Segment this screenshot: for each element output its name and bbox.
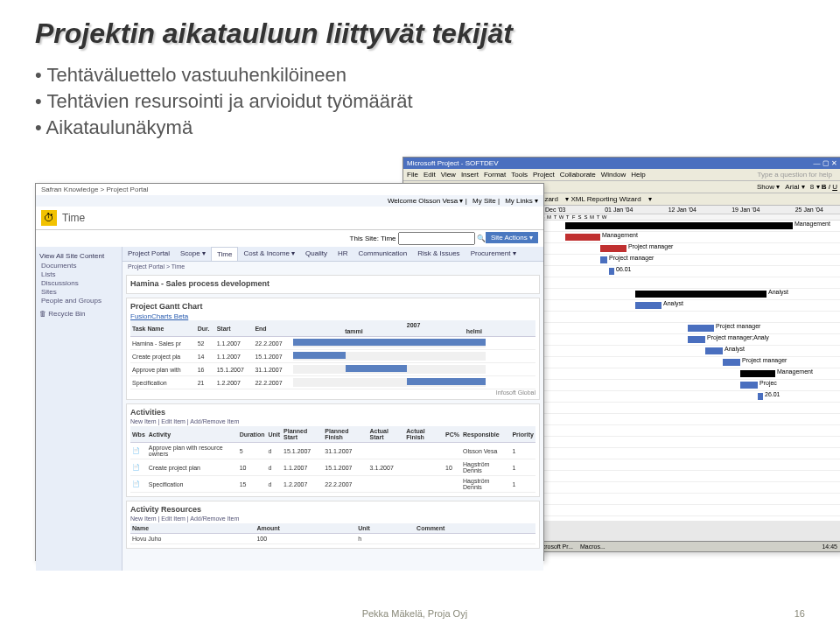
- format-toolbar[interactable]: Show ▾ Arial ▾ 8 ▾ B I U: [753, 183, 837, 191]
- search-scope[interactable]: This Site: Time: [350, 235, 396, 242]
- tab: Cost & Income ▾: [238, 247, 300, 261]
- tab: Scope ▾: [175, 247, 211, 261]
- footer-page: 16: [794, 608, 805, 619]
- search-icon[interactable]: 🔍: [477, 235, 486, 242]
- sidebar-item[interactable]: Sites: [41, 288, 118, 296]
- recycle-bin[interactable]: 🗑 Recycle Bin: [39, 310, 118, 318]
- sub-breadcrumb: Project Portal > Time: [122, 262, 543, 271]
- window-title: Microsoft Project - SOFTDEV: [407, 159, 498, 167]
- sidebar-item[interactable]: Discussions: [41, 279, 118, 287]
- gantt-table: Task NameDur.StartEnd 2007 tammihelmi Ha…: [130, 320, 536, 389]
- activities-table: WbsActivityDurationUnitPlanned StartPlan…: [130, 426, 536, 493]
- resources-toolbar[interactable]: New Item | Edit Item | Add/Remove Item: [130, 515, 536, 522]
- section-header: Activity Resources: [130, 505, 536, 514]
- menubar[interactable]: FileEditViewInsertFormatToolsProjectColl…: [403, 169, 840, 181]
- sidebar-item[interactable]: Lists: [41, 270, 118, 278]
- section-header: Project Gantt Chart: [130, 302, 536, 311]
- tab: Communication: [354, 247, 413, 261]
- screenshot-sharepoint: Safran Knowledge > Project Portal Welcom…: [35, 183, 544, 561]
- tab: Procurement ▾: [466, 247, 522, 261]
- bullet-item: Aikataulunäkymä: [35, 116, 805, 139]
- bullet-item: Tehtävien resursointi ja arvioidut työmä…: [35, 90, 805, 113]
- resources-table: NameAmountUnitComment Hovu Juho100h: [130, 523, 536, 544]
- gantt-footer: Infosoft Global: [130, 389, 536, 396]
- tab: Risk & Issues: [412, 247, 465, 261]
- bullet-item: Tehtäväluettelo vastuuhenkilöineen: [35, 64, 805, 87]
- section-header: Hamina - Sales process development: [130, 279, 536, 288]
- breadcrumb[interactable]: Safran Knowledge > Project Portal: [36, 184, 543, 195]
- taskbar-clock: 14:45: [822, 543, 837, 550]
- mylinks[interactable]: My Links ▾: [505, 197, 538, 205]
- fusioncharts-link[interactable]: FusionCharts Beta: [130, 312, 536, 320]
- time-icon: ⏱: [41, 210, 57, 226]
- mysite-link[interactable]: My Site: [472, 197, 496, 205]
- site-actions[interactable]: Site Actions ▾: [486, 232, 538, 243]
- activities-toolbar[interactable]: New Item | Edit Item | Add/Remove Item: [130, 418, 536, 424]
- welcome-user[interactable]: Welcome Olsson Vesa ▾: [388, 197, 464, 205]
- sidebar-viewall[interactable]: View All Site Content: [39, 252, 118, 260]
- tabstrip[interactable]: Project Portal Scope ▾ Time Cost & Incom…: [122, 247, 543, 262]
- bullet-list: Tehtäväluettelo vastuuhenkilöineen Tehtä…: [35, 64, 805, 139]
- tab-active: Time: [211, 247, 238, 261]
- sidebar-item[interactable]: People and Groups: [41, 297, 118, 305]
- section-header: Activities: [130, 408, 536, 417]
- help-prompt[interactable]: Type a question for help: [758, 171, 832, 179]
- sidebar-item[interactable]: Documents: [41, 262, 118, 270]
- window-controls[interactable]: — ▢ ✕: [814, 159, 837, 167]
- tab: Project Portal: [122, 247, 175, 261]
- sidebar: View All Site Content Documents Lists Di…: [36, 247, 122, 571]
- page-title: Time: [62, 212, 85, 224]
- slide-title: Projektin aikatauluun liittyvät tekijät: [35, 18, 805, 50]
- footer-author: Pekka Mäkelä, Proja Oyj: [362, 608, 467, 619]
- tab: HR: [332, 247, 354, 261]
- search-input[interactable]: [398, 232, 475, 245]
- tab: Quality: [300, 247, 332, 261]
